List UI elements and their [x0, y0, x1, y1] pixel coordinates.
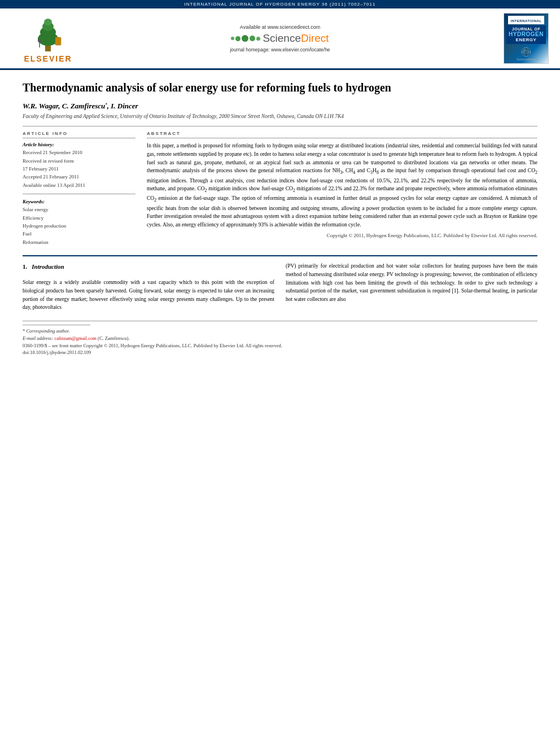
section-title: Introduction [32, 262, 64, 272]
footnote-area: * Corresponding author. E-mail address: … [23, 321, 537, 356]
keywords-label: Keywords: [23, 199, 135, 204]
abstract-area: ABSTRACT In this paper, a method is prop… [147, 131, 537, 246]
article-info-left: ARTICLE INFO Article history: Received 2… [23, 131, 135, 246]
direct-text: Direct [301, 32, 329, 44]
keyword-fuel: Fuel [23, 230, 135, 238]
keyword-reformation: Reformation [23, 238, 135, 246]
svg-point-13 [523, 49, 526, 51]
date-revised-label: Received in revised form [23, 157, 135, 165]
footnote-rule [23, 325, 90, 325]
sciencedirect-brand: ScienceDirect [262, 32, 329, 45]
keyword-hydrogen: Hydrogen production [23, 222, 135, 230]
affiliation-text: Faculty of Engineering and Applied Scien… [23, 113, 537, 120]
journal-name: INTERNATIONAL JOURNAL OF HYDROGEN ENERGY… [185, 2, 376, 7]
journal-header-bar: INTERNATIONAL JOURNAL OF HYDROGEN ENERGY… [0, 0, 560, 8]
article-info-area: ARTICLE INFO Article history: Received 2… [23, 131, 537, 246]
email-link[interactable]: calinzam@gmail.com [54, 335, 97, 341]
article-history-label: Article history: [23, 142, 135, 147]
date-revised: 17 February 2011 [23, 165, 135, 173]
science-text: Science [262, 32, 301, 44]
article-info-label: ARTICLE INFO [23, 131, 135, 138]
divider-line [23, 126, 537, 126]
authors-line: W.R. Wagar, C. Zamfirescu*, I. Dincer [23, 102, 537, 111]
sd-dots-icon [231, 35, 260, 42]
elsevier-logo: ELSEVIER [11, 14, 85, 63]
date-accepted: Accepted 21 February 2011 [23, 173, 135, 181]
issn-note: 0360-3199/$ – see front matter Copyright… [23, 342, 537, 350]
author-names: W.R. Wagar, C. Zamfirescu*, I. Dincer [23, 102, 138, 110]
date-received: Received 21 September 2010 [23, 148, 135, 156]
date-online: Available online 13 April 2011 [23, 181, 135, 189]
keyword-solar: Solar energy [23, 206, 135, 213]
intro-right-column: (PV) primarily for electrical production… [286, 262, 537, 312]
paper-title: Thermodynamic analysis of solar energy u… [23, 76, 537, 95]
section-number: 1. [23, 262, 27, 272]
section-heading-area: 1. Introduction [23, 262, 274, 275]
intro-two-column: 1. Introduction Solar energy is a widely… [23, 262, 537, 312]
sciencedirect-logo: ScienceDirect [96, 32, 464, 45]
cover-publisher-label: ScienceDirect [517, 58, 536, 61]
svg-point-5 [38, 39, 41, 42]
sciencedirect-header: Available at www.sciencedirect.com Scien… [85, 24, 475, 53]
email-note: E-mail address: calinzam@gmail.com (C. Z… [23, 335, 537, 342]
journal-cover-title-block: JOURNAL OF HYDROGEN ENERGY [506, 25, 546, 44]
journal-cover-globe-icon [518, 46, 535, 58]
journal-url-text: journal homepage: www.elsevier.com/locat… [96, 47, 464, 53]
corresponding-author-note: * Corresponding author. [23, 327, 537, 335]
keywords-divider [23, 194, 135, 194]
abstract-label: ABSTRACT [147, 131, 537, 138]
intro-left-column: 1. Introduction Solar energy is a widely… [23, 262, 274, 312]
elsevier-tree-icon [23, 14, 73, 53]
abstract-text: In this paper, a method is proposed for … [147, 142, 537, 229]
email-suffix: (C. Zamfirescu). [98, 335, 129, 341]
intro-right-text: (PV) primarily for electrical production… [286, 262, 537, 304]
copyright-text: Copyright © 2011, Hydrogen Energy Public… [147, 233, 537, 238]
introduction-section: 1. Introduction Solar energy is a widely… [23, 255, 537, 312]
keyword-efficiency: Efficiency [23, 214, 135, 222]
email-label: E-mail address: [23, 335, 54, 341]
journal-cover-publisher: INTERNATIONAL [508, 16, 544, 24]
available-at-text: Available at www.sciencedirect.com [96, 24, 464, 30]
doi-note: doi:10.1016/j.ijhydene.2011.02.109 [23, 349, 537, 356]
elsevier-wordmark: ELSEVIER [24, 54, 72, 63]
intro-left-text: Solar energy is a widely available commo… [23, 278, 274, 312]
page-header: ELSEVIER Available at www.sciencedirect.… [0, 8, 560, 70]
journal-cover-image: INTERNATIONAL JOURNAL OF HYDROGEN ENERGY… [504, 13, 549, 64]
svg-point-4 [44, 19, 52, 25]
journal-cover-area: INTERNATIONAL JOURNAL OF HYDROGEN ENERGY… [475, 13, 549, 64]
elsevier-logo-area: ELSEVIER [11, 14, 85, 63]
corresponding-author-label: Corresponding author. [26, 328, 69, 334]
paper-body: Thermodynamic analysis of solar energy u… [0, 70, 560, 368]
